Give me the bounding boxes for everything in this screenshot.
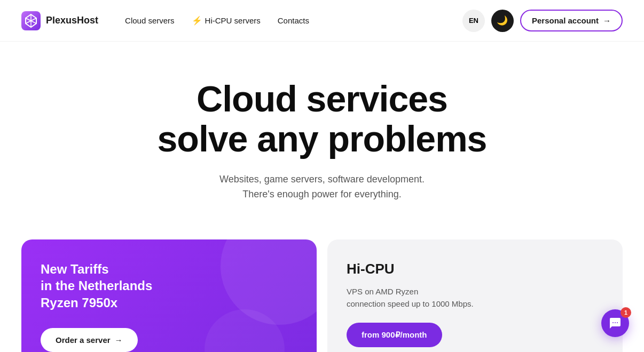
new-tariffs-card: New Tariffs in the Netherlands Ryzen 795… bbox=[21, 239, 317, 352]
hicpu-title: Hi-CPU bbox=[347, 261, 603, 277]
chat-icon bbox=[609, 317, 622, 330]
svg-point-7 bbox=[617, 322, 618, 323]
order-server-button[interactable]: Order a server → bbox=[41, 328, 138, 352]
cards-section: New Tariffs in the Netherlands Ryzen 795… bbox=[0, 229, 644, 352]
hero-subtitle: Websites, game servers, software develop… bbox=[21, 172, 623, 203]
chat-badge: 1 bbox=[621, 307, 631, 318]
svg-point-5 bbox=[612, 322, 614, 323]
nav-links: Cloud servers ⚡ Hi-CPU servers Contacts bbox=[125, 15, 441, 26]
logo-icon bbox=[21, 11, 41, 30]
svg-point-6 bbox=[615, 322, 616, 323]
nav-cloud-servers[interactable]: Cloud servers bbox=[125, 16, 175, 25]
moon-icon: 🌙 bbox=[497, 15, 508, 26]
hicpu-card: Hi-CPU VPS on AMD Ryzen connection speed… bbox=[327, 239, 623, 352]
theme-toggle-button[interactable]: 🌙 bbox=[491, 10, 514, 32]
nav-right: EN 🌙 Personal account → bbox=[462, 10, 623, 32]
chat-widget[interactable]: 1 bbox=[601, 309, 629, 337]
hicpu-desc: VPS on AMD Ryzen connection speed up to … bbox=[347, 286, 603, 310]
hero-title: Cloud services solve any problems bbox=[21, 79, 623, 159]
navbar: PlexusHost Cloud servers ⚡ Hi-CPU server… bbox=[0, 0, 644, 42]
personal-account-button[interactable]: Personal account → bbox=[520, 10, 623, 31]
logo-text: PlexusHost bbox=[46, 15, 98, 26]
lightning-icon: ⚡ bbox=[192, 15, 202, 26]
hicpu-price-button[interactable]: from 900₽/month bbox=[347, 323, 442, 347]
hero-section: Cloud services solve any problems Websit… bbox=[0, 42, 644, 229]
logo[interactable]: PlexusHost bbox=[21, 11, 98, 30]
new-tariffs-title: New Tariffs in the Netherlands Ryzen 795… bbox=[41, 261, 297, 311]
nav-hicpu-servers[interactable]: ⚡ Hi-CPU servers bbox=[192, 15, 261, 26]
language-button[interactable]: EN bbox=[462, 10, 485, 32]
nav-contacts[interactable]: Contacts bbox=[278, 16, 309, 25]
